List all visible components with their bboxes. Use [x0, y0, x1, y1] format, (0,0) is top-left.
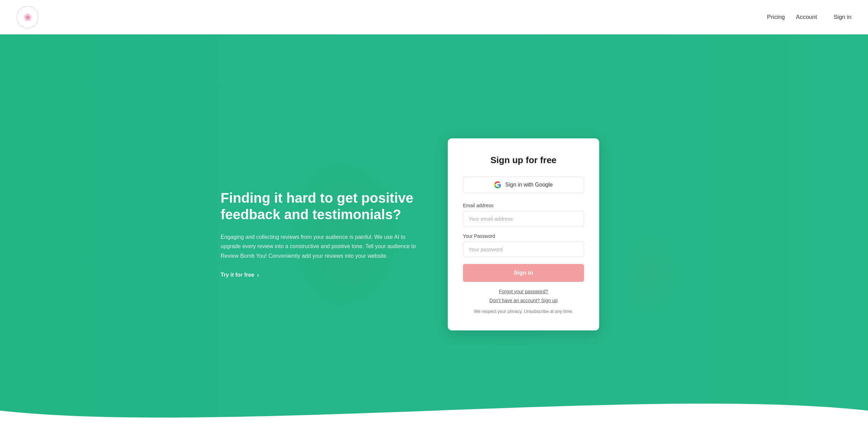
nav-signin-button[interactable]: Sign in [834, 14, 851, 21]
hero-wave [0, 387, 868, 434]
logo-circle: 🌸 [17, 6, 39, 28]
signup-form-card: Sign up for free Sign in with Google Ema… [448, 138, 599, 330]
hero-cta-link[interactable]: Try it for free › [221, 272, 259, 279]
hero-description: Engaging and collecting reviews from you… [221, 232, 427, 261]
password-group: Your Password [463, 233, 584, 264]
email-label: Email address [463, 203, 584, 208]
email-group: Email address [463, 203, 584, 233]
nav-pricing[interactable]: Pricing [767, 14, 785, 20]
form-title: Sign up for free [463, 155, 584, 166]
password-input[interactable] [463, 242, 584, 257]
form-links: Forgot your password? Don't have an acco… [463, 289, 584, 303]
google-icon [494, 181, 501, 188]
navbar: 🌸 Pricing Account Sign in [0, 0, 868, 34]
nav-links: Pricing Account [767, 14, 817, 21]
email-input[interactable] [463, 211, 584, 226]
no-account-link[interactable]: Don't have an account? Sign up [463, 298, 584, 303]
google-signin-button[interactable]: Sign in with Google [463, 177, 584, 193]
nav-account[interactable]: Account [796, 14, 817, 20]
logo-icon: 🌸 [23, 13, 32, 21]
password-label: Your Password [463, 233, 584, 239]
hero-cta-label: Try it for free [221, 272, 254, 278]
forgot-password-link[interactable]: Forgot your password? [463, 289, 584, 294]
hero-section: Finding it hard to get positive feedback… [0, 34, 868, 434]
hero-content: Finding it hard to get positive feedback… [193, 118, 675, 351]
google-btn-label: Sign in with Google [505, 182, 553, 188]
privacy-text: We respect your privacy. Unsubscribe at … [463, 309, 584, 314]
signin-button[interactable]: Sign in [463, 264, 584, 282]
chevron-right-icon: › [257, 272, 259, 279]
hero-text-block: Finding it hard to get positive feedback… [221, 190, 427, 279]
hero-title: Finding it hard to get positive feedback… [221, 190, 427, 223]
logo: 🌸 [17, 6, 39, 28]
